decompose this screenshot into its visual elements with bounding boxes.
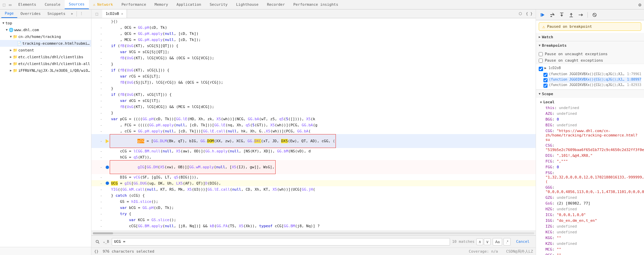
format-icon[interactable]: { } <box>525 10 533 18</box>
scope-big: BIG: undefined <box>544 122 641 128</box>
hscroll-thumb[interactable] <box>93 232 113 234</box>
tab-application[interactable]: Application <box>172 0 206 9</box>
breakpoints-header[interactable]: ▼ Breakpoints <box>536 41 644 49</box>
tree-arrow: ▼ <box>5 28 9 31</box>
code-line-highlighted: - gIG = [GG.DLM(Bk, qT), bIG, GG.DOM(XX,… <box>91 134 536 148</box>
scope-header[interactable]: ▼ Scope <box>536 90 644 98</box>
tree-arrow: ▼ <box>1 21 5 25</box>
subtab-overrides[interactable]: Overrides <box>17 9 44 18</box>
tab-console[interactable]: Console <box>41 0 65 9</box>
subtab-snippets[interactable]: Snippets <box>44 9 69 18</box>
code-tab-1cd2ob[interactable]: 1cD2oB ✕ <box>102 9 127 18</box>
scope-izg: IZG: undefined <box>544 224 641 229</box>
dots-menu-icon[interactable]: ⋮ <box>78 12 85 16</box>
scope-kgg: KGG: "" <box>544 235 641 241</box>
scope-azg: AZG: undefined <box>544 111 641 116</box>
step-button[interactable] <box>577 11 585 19</box>
tab-lighthouse[interactable]: Lighthouse <box>232 0 263 9</box>
subtab-page[interactable]: Page <box>1 9 17 18</box>
tree-item-file[interactable]: 📄 tracking-ecommerce.html?submit=1&trac <box>0 40 91 47</box>
bp1c-checkbox[interactable] <box>543 84 548 88</box>
svg-rect-3 <box>541 13 541 17</box>
folder-icon: 📁 <box>13 55 18 59</box>
local-scope-items: this: undefined AZG: undefined BGG: 0 BI… <box>539 105 641 255</box>
step-into-button[interactable] <box>558 11 566 19</box>
more-tabs-icon[interactable]: » <box>69 12 75 16</box>
tree-item-clientlib-all[interactable]: ▶ 📁 etc/clientlibs/dhl/clientlib-all <box>0 60 91 67</box>
sidebar-bottom <box>0 247 91 255</box>
step-over-button[interactable] <box>548 11 556 19</box>
settings-icon[interactable]: ⚙ <box>636 2 644 7</box>
code-line: - var pCG = ((((GG.pH(cD, Tk))[GG.lE(HD,… <box>91 116 536 122</box>
scope-csg: CSG: "519b5e2c7609baa6f65d1b772c9c4650c2… <box>544 143 641 153</box>
local-scope-header[interactable]: ▼ Local <box>539 99 641 105</box>
code-editor[interactable]: }{) - , OCG = GG.pH(cD, Tk) - , QCG = GG… <box>91 18 536 231</box>
code-line: - if (fB(UsG(KT), sCG[L])) { <box>91 67 536 73</box>
scope-fgg: FGG: 0 <box>544 164 641 170</box>
bp1-checkbox[interactable] <box>539 67 543 71</box>
close-tab-icon[interactable]: ✕ <box>121 12 123 16</box>
tree-item-clientlibs[interactable]: ▶ 📁 etc.clientlibs/dhl/clientlibs <box>0 54 91 60</box>
tree-item-tracking[interactable]: ▼ 📁 cn-zh/home/tracking <box>0 33 91 40</box>
tab-security[interactable]: Security <box>206 0 232 9</box>
file-icon: 📄 <box>17 41 22 46</box>
tree-item-dhl[interactable]: ▼ 🌐 www.dhl.com <box>0 26 91 33</box>
pause-caught-label: Pause on caught exceptions <box>545 58 603 63</box>
tab-elements[interactable]: Elements <box>14 0 41 9</box>
device-icon[interactable]: ▭ <box>7 2 13 7</box>
tab-performance[interactable]: Performance <box>117 0 151 9</box>
scope-kcg: KCG: undefined <box>544 229 641 235</box>
code-line: - cCG = lCGG.BM.null(null, X5(aw), OD)](… <box>91 148 536 154</box>
tree-item-iffrbynl[interactable]: ▶ 📁 iFFRbYNL/qjJX-3L/e3UE6_i/Q8/wiOmhNcD… <box>0 67 91 74</box>
tab-perf-insights[interactable]: Performance insights <box>289 0 342 9</box>
tree-item-top[interactable]: ▼ top <box>0 20 91 26</box>
paused-banner: ⚠ Paused on breakpoint <box>539 22 641 31</box>
watch-label: Watch <box>542 35 553 39</box>
resume-button[interactable] <box>539 11 547 19</box>
code-line: - , FCG = (((((GG.pH.apply(null, [cD, Tk… <box>91 122 536 128</box>
hscroll-track[interactable] <box>93 232 534 234</box>
tab-memory[interactable]: Memory <box>151 0 173 9</box>
pause-caught-checkbox[interactable] <box>539 59 543 63</box>
code-tab-icons: ⬡ { } <box>517 10 536 18</box>
search-next-button[interactable]: ∨ <box>484 238 491 245</box>
case-sensitive-button[interactable]: Aa <box>493 238 502 246</box>
svg-line-16 <box>593 14 596 16</box>
regex-button[interactable]: .* <box>503 238 511 246</box>
tab-sources[interactable]: Sources <box>65 0 89 9</box>
bp1a-checkbox[interactable] <box>543 73 548 77</box>
breakpoints-label: Breakpoints <box>542 43 566 48</box>
exception-caught: Pause on caught exceptions <box>539 57 641 64</box>
code-line: }{) <box>91 18 536 24</box>
pause-uncaught-checkbox[interactable] <box>539 52 543 56</box>
local-label: Local <box>543 100 554 104</box>
step-out-button[interactable] <box>567 11 575 19</box>
code-line: - if (fB(UsG(KT), sCG[S][QT])) { <box>91 43 536 49</box>
search-bar: ₐ_B 10 matches ∧ ∨ Aa .* Cancel <box>91 235 536 248</box>
code-line: - var bCG = GG.pH(cD, Tk); <box>91 205 536 211</box>
scope-arrow-icon: ▼ <box>539 92 540 95</box>
tree-arrow: ▶ <box>9 55 13 59</box>
code-line: - , OCG = GG.pH(cD, Tk) <box>91 24 536 30</box>
search-input[interactable] <box>114 239 448 244</box>
tab-network[interactable]: ⚠Network <box>89 0 117 9</box>
scope-bgg: BGG: 0 <box>544 116 641 122</box>
search-prev-button[interactable]: ∧ <box>476 238 483 245</box>
inspect-icon[interactable]: ⬚ <box>1 2 7 7</box>
tab-list: Elements Console Sources ⚠Network Perfor… <box>14 0 343 9</box>
search-cancel-button[interactable]: Cancel <box>513 238 533 246</box>
minimize-icon[interactable]: ⬡ <box>517 10 524 18</box>
code-line: - , MCG = GG.pH.apply(null, [cD, Tk]); <box>91 37 536 43</box>
search-count: 10 matches <box>452 239 474 244</box>
deactivate-button[interactable] <box>591 11 599 19</box>
search-input-wrap <box>112 238 450 246</box>
code-scrollbar[interactable] <box>91 231 536 235</box>
watch-header[interactable]: ▶ Watch <box>536 33 644 41</box>
bp1b-checkbox[interactable] <box>543 78 548 82</box>
scope-ocg: OCG: "" <box>544 252 641 255</box>
code-line: - bCG = jCG(bCG), <box>91 229 536 231</box>
tree-item-content[interactable]: ▶ 📁 content <box>0 47 91 54</box>
tree-arrow: ▶ <box>9 48 13 52</box>
tab-recorder[interactable]: Recorder <box>263 0 289 9</box>
right-panel: ⚠ Paused on breakpoint ▶ Watch ▼ Breakpo… <box>536 9 644 255</box>
